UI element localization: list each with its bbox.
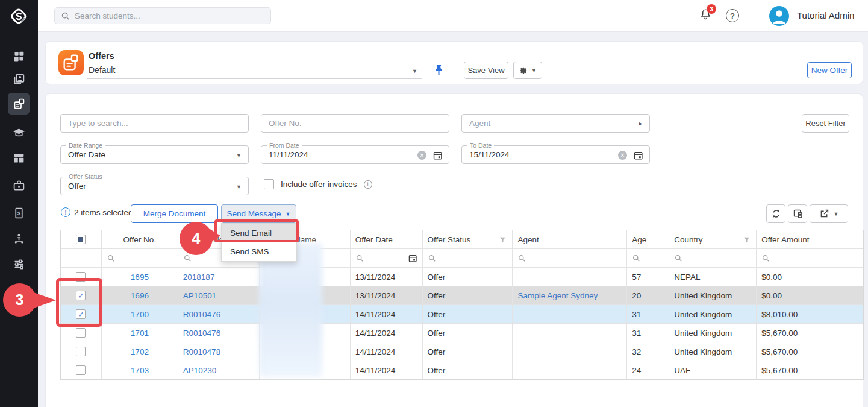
search-icon[interactable] (761, 254, 770, 263)
clear-icon[interactable]: × (618, 151, 627, 160)
gear-icon (519, 66, 528, 75)
filter-cell[interactable] (757, 249, 863, 267)
student-search-input[interactable] (75, 11, 255, 21)
filter-funnel-icon[interactable] (498, 235, 507, 244)
row-checkbox[interactable] (76, 347, 86, 356)
search-icon[interactable] (517, 254, 526, 263)
refresh-button[interactable] (766, 204, 785, 223)
select-all-checkbox[interactable] (76, 235, 86, 244)
chevron-down-icon: ▼ (834, 211, 839, 217)
column-header-offer-amount[interactable]: Offer Amount (757, 230, 863, 248)
column-header-country[interactable]: Country (669, 230, 757, 248)
grid-filter-row (61, 249, 863, 268)
user-name[interactable]: Tutorial Admin (797, 10, 854, 21)
merge-document-button[interactable]: Merge Document (131, 204, 218, 223)
export-icon (819, 209, 829, 219)
sidebar-item-invoices-icon[interactable]: $ (8, 202, 30, 224)
search-icon[interactable] (183, 254, 192, 263)
selected-count-text: 2 items selected (74, 208, 133, 217)
search-icon[interactable] (632, 254, 641, 263)
filter-cell[interactable] (669, 249, 757, 267)
grid-search-input[interactable] (61, 115, 248, 132)
pin-view-button[interactable] (430, 61, 447, 79)
calendar-icon[interactable] (408, 253, 417, 263)
sidebar-item-contacts-icon[interactable] (8, 68, 30, 90)
offer-no-link[interactable]: 1702 (131, 347, 149, 356)
table-row[interactable]: 1703AP1023014/11/2024Offer24UAE$5,670.00 (61, 361, 863, 380)
export-button[interactable]: ▼ (810, 204, 848, 223)
column-header-offer-status[interactable]: Offer Status (423, 230, 513, 248)
student-no-link[interactable]: 2018187 (183, 273, 215, 282)
filter-cell[interactable] (513, 249, 627, 267)
student-no-link[interactable]: AP10501 (183, 291, 217, 300)
sidebar-item-settings-icon[interactable] (8, 253, 30, 275)
row-checkbox[interactable] (76, 365, 86, 375)
table-row[interactable]: 1700R001047614/11/2024Offer31United King… (61, 305, 863, 324)
view-select[interactable]: Default ▼ (87, 63, 422, 79)
column-header-offer-date[interactable]: Offer Date (351, 230, 423, 248)
to-date-field[interactable]: To Date 15/11/2024 × (461, 145, 650, 164)
view-settings-button[interactable]: ▼ (513, 62, 542, 79)
offer-no-link[interactable]: 1703 (131, 366, 149, 375)
column-chooser-button[interactable] (788, 204, 807, 223)
table-row[interactable]: 1695201818713/11/2024Offer57NEPAL$0.00 (61, 268, 863, 286)
student-no-link[interactable]: R0010478 (183, 347, 220, 356)
search-icon[interactable] (674, 254, 683, 263)
filter-cell[interactable] (627, 249, 669, 267)
offer-no-input[interactable] (261, 115, 449, 132)
reset-filter-button[interactable]: Reset Filter (802, 114, 849, 133)
filter-cell[interactable] (351, 249, 423, 267)
sidebar-item-services-icon[interactable] (8, 174, 30, 196)
send-message-label: Send Message (227, 209, 281, 218)
filter-funnel-icon[interactable] (742, 235, 751, 244)
table-cell: $0.00 (757, 286, 863, 304)
offer-no-link[interactable]: 1695 (131, 273, 149, 282)
column-header-age[interactable]: Age (627, 230, 669, 248)
global-search[interactable] (54, 7, 271, 24)
clear-icon[interactable]: × (417, 151, 426, 160)
table-row[interactable]: 1701R001047614/11/2024Offer31United King… (61, 324, 863, 342)
notifications-button[interactable]: 3 (699, 8, 715, 25)
agent-input[interactable] (462, 115, 649, 132)
student-no-link[interactable]: R0010476 (183, 329, 220, 338)
agent-link[interactable]: Sample Agent Sydney (517, 291, 598, 300)
date-range-select[interactable]: Date Range Offer Date ▼ (60, 145, 249, 164)
agent-field[interactable]: ▸ (461, 114, 650, 133)
table-row[interactable]: 1696AP1050113/11/2024OfferSample Agent S… (61, 286, 863, 305)
offer-status-select[interactable]: Offer Status Offer ▼ (60, 177, 249, 195)
offer-no-link[interactable]: 1700 (131, 310, 149, 319)
filter-cell[interactable] (102, 249, 178, 267)
sidebar-item-courses-icon[interactable] (8, 122, 30, 144)
filter-cell[interactable] (423, 249, 513, 267)
sidebar-item-partners-icon[interactable] (8, 227, 30, 249)
search-icon[interactable] (428, 254, 437, 263)
column-header-agent[interactable]: Agent (513, 230, 627, 248)
menu-item-send-sms[interactable]: Send SMS (222, 242, 296, 261)
sidebar-item-applications-icon[interactable] (8, 147, 30, 169)
offer-no-link[interactable]: 1696 (131, 291, 149, 300)
row-checkbox[interactable] (76, 328, 86, 338)
calendar-icon[interactable] (432, 150, 443, 162)
age-cell: 24 (632, 366, 641, 375)
search-icon[interactable] (355, 254, 364, 263)
offer-date-cell: 14/11/2024 (355, 310, 396, 319)
table-row[interactable]: 1702R001047814/11/2024Offer32United King… (61, 342, 863, 361)
offer-no-link[interactable]: 1701 (131, 329, 149, 338)
student-no-link[interactable]: R0010476 (183, 310, 220, 319)
include-invoices-checkbox[interactable] (264, 179, 274, 189)
table-cell (61, 342, 102, 361)
calendar-icon[interactable] (633, 150, 643, 162)
sidebar-item-offers-icon[interactable] (8, 93, 30, 115)
sidebar-item-dashboard-icon[interactable] (8, 45, 30, 67)
grid-search-field[interactable] (60, 114, 249, 133)
save-view-button[interactable]: Save View (464, 62, 508, 79)
app-logo-icon[interactable] (7, 5, 30, 28)
new-offer-button[interactable]: New Offer (807, 62, 852, 78)
help-button[interactable]: ? (726, 9, 739, 22)
user-avatar[interactable] (769, 6, 789, 26)
offer-no-field[interactable] (261, 114, 449, 133)
search-icon[interactable] (107, 254, 116, 263)
from-date-field[interactable]: From Date 11/11/2024 × (261, 145, 449, 164)
student-no-link[interactable]: AP10230 (183, 366, 217, 375)
column-header-offer-no[interactable]: Offer No. (102, 230, 178, 248)
